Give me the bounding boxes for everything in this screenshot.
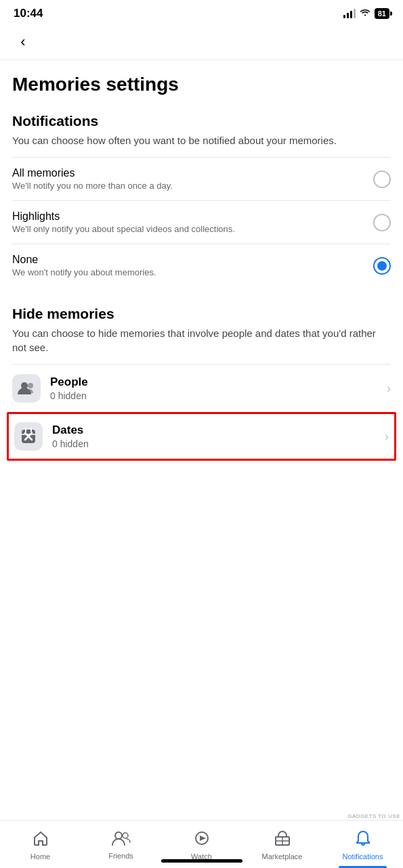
dates-label: Dates [52,424,385,437]
hide-memories-description: You can choose to hide memories that inv… [12,326,391,355]
svg-point-8 [115,832,122,839]
people-chevron: › [387,382,391,396]
signal-icon [343,9,356,18]
radio-option-none[interactable]: None We won't notify you about memories. [12,244,391,287]
status-icons: 81 [343,7,389,20]
none-radio[interactable] [373,257,391,275]
notifications-icon [354,829,372,850]
svg-point-9 [123,833,128,838]
battery-icon: 81 [375,8,389,19]
nav-back-bar: ‹ [0,24,403,60]
people-label: People [50,375,387,389]
people-icon [12,374,41,403]
status-time: 10:44 [14,7,43,20]
nav-item-friends[interactable]: Friends [81,821,161,868]
all-memories-label: All memories [12,167,173,179]
hide-memories-title: Hide memories [12,300,391,326]
highlights-label: Highlights [12,210,235,223]
home-label: Home [30,852,50,861]
marketplace-label: Marketplace [262,852,303,861]
wifi-icon [359,7,371,20]
all-memories-sub: We'll notify you no more than once a day… [12,181,173,191]
page-title: Memories settings [12,60,391,108]
notifications-description: You can choose how often you want to be … [12,133,391,147]
nav-item-notifications[interactable]: Notifications [322,821,403,868]
dates-sub: 0 hidden [52,438,385,449]
dates-icon [14,422,43,451]
svg-point-1 [28,383,33,388]
svg-marker-11 [200,836,206,841]
friends-label: Friends [108,852,133,860]
friends-icon [112,830,131,849]
main-content: Memories settings Notifications You can … [0,60,403,461]
highlights-radio[interactable] [373,214,391,231]
people-sub: 0 hidden [50,390,387,401]
watch-icon [193,829,211,850]
back-button[interactable]: ‹ [12,31,34,53]
dates-list-item[interactable]: Dates 0 hidden › [14,422,389,451]
all-memories-radio[interactable] [373,170,391,188]
none-label: None [12,254,156,266]
radio-option-all-memories[interactable]: All memories We'll notify you no more th… [12,157,391,200]
radio-option-highlights[interactable]: Highlights We'll only notify you about s… [12,200,391,244]
watermark: GADGETS TO USE [347,813,400,819]
dates-chevron: › [385,430,389,444]
status-bar: 10:44 81 [0,0,403,24]
home-indicator [161,859,242,863]
notifications-label: Notifications [343,852,383,861]
notifications-section-title: Notifications [12,108,391,133]
people-list-item[interactable]: People 0 hidden › [12,364,391,412]
dates-highlighted-container: Dates 0 hidden › [7,412,396,461]
nav-item-marketplace[interactable]: Marketplace [242,821,322,868]
none-sub: We won't notify you about memories. [12,267,156,277]
highlights-sub: We'll only notify you about special vide… [12,224,235,234]
hide-memories-section: Hide memories You can choose to hide mem… [12,300,391,461]
nav-item-home[interactable]: Home [0,821,81,868]
home-icon [32,829,49,850]
marketplace-icon [274,829,291,850]
